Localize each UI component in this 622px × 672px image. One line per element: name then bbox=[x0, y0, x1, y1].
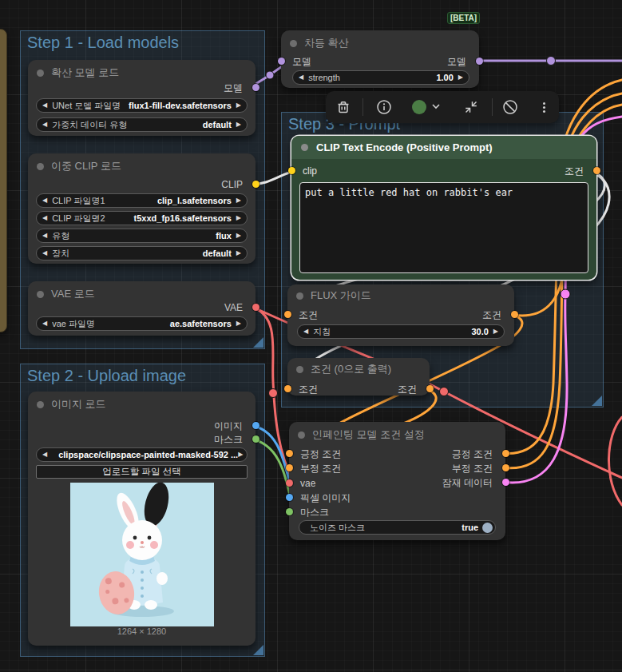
combo-left-arrow-icon[interactable]: ◀ bbox=[42, 233, 47, 239]
node-load-image[interactable]: 이미지 로드 이미지 마스크 ◀ clipspace/clipspace-pai… bbox=[28, 392, 256, 646]
node-collapse-dot[interactable] bbox=[37, 291, 44, 298]
node-collapse-dot[interactable] bbox=[296, 292, 303, 300]
combo-right-arrow-icon[interactable]: ▶ bbox=[236, 250, 241, 256]
conditioning-output-slot[interactable] bbox=[426, 385, 434, 392]
node-color-swatch[interactable] bbox=[412, 100, 426, 114]
combo-right-arrow-icon[interactable]: ▶ bbox=[236, 215, 241, 221]
group-step1-title[interactable]: Step 1 - Load models bbox=[27, 34, 179, 52]
group-step2-title[interactable]: Step 2 - Upload image bbox=[27, 367, 186, 385]
combo-widget-image-file[interactable]: ◀ clipspace/clipspace-painted-masked-592… bbox=[36, 447, 248, 462]
positive-input-slot[interactable] bbox=[286, 450, 293, 457]
positive-output-slot[interactable] bbox=[502, 450, 509, 457]
combo-right-arrow-icon[interactable]: ▶ bbox=[236, 197, 241, 204]
node-collapse-dot[interactable] bbox=[37, 70, 44, 77]
node-differential-diffusion[interactable]: 차등 확산 모델 모델 ◀ strength 1.00 ▶ bbox=[281, 30, 479, 88]
node-collapse-dot[interactable] bbox=[290, 40, 297, 47]
combo-widget-clip-name2[interactable]: ◀ CLIP 파일명2 t5xxd_fp16.safetensors ▶ bbox=[36, 211, 248, 225]
node-title: FLUX 가이드 bbox=[311, 288, 371, 303]
node-collapse-dot[interactable] bbox=[296, 366, 303, 373]
clip-output-slot[interactable] bbox=[252, 181, 259, 188]
combo-widget-vae-name[interactable]: ◀ vae 파일명 ae.safetensors ▶ bbox=[36, 316, 248, 331]
conditioning-input-slot[interactable] bbox=[284, 385, 291, 392]
negative-input-slot[interactable] bbox=[286, 464, 293, 471]
bypass-node-icon[interactable] bbox=[502, 99, 518, 115]
combo-right-arrow-icon[interactable]: ▶ bbox=[236, 233, 241, 239]
combo-left-arrow-icon[interactable]: ◀ bbox=[42, 320, 47, 327]
combo-widget-clip-name1[interactable]: ◀ CLIP 파일명1 clip_l.safetensors ▶ bbox=[36, 193, 248, 208]
group-resize-handle[interactable] bbox=[253, 645, 263, 655]
combo-right-arrow-icon[interactable]: ▶ bbox=[236, 121, 241, 128]
clip-input-slot[interactable] bbox=[288, 167, 295, 174]
model-input-slot[interactable] bbox=[278, 58, 285, 65]
node-context-toolbar[interactable] bbox=[326, 91, 559, 123]
node-collapse-dot[interactable] bbox=[298, 431, 305, 439]
image-output-slot[interactable] bbox=[252, 422, 259, 429]
node-collapse-dot[interactable] bbox=[301, 144, 308, 151]
node-load-diffusion-model[interactable]: 확산 모델 로드 모델 ◀ UNet 모델 파일명 flux1-fill-dev… bbox=[28, 60, 256, 136]
stepper-right-arrow-icon[interactable]: ▶ bbox=[493, 328, 498, 335]
combo-left-arrow-icon[interactable]: ◀ bbox=[42, 215, 47, 221]
collapse-node-icon[interactable] bbox=[463, 99, 479, 115]
pixels-input-slot[interactable] bbox=[286, 494, 293, 501]
number-widget-strength[interactable]: ◀ strength 1.00 ▶ bbox=[292, 70, 469, 85]
combo-widget-device[interactable]: ◀ 장치 default ▶ bbox=[36, 246, 248, 260]
mask-output-slot[interactable] bbox=[252, 435, 259, 443]
group-resize-handle[interactable] bbox=[253, 337, 263, 348]
vae-input-slot[interactable] bbox=[286, 479, 293, 487]
conditioning-output-slot[interactable] bbox=[511, 311, 518, 318]
model-output-slot[interactable] bbox=[252, 84, 259, 91]
node-clip-text-encode-positive[interactable]: CLIP Text Encode (Positive Prompt) clip … bbox=[291, 136, 596, 280]
combo-widget-unet-filename[interactable]: ◀ UNet 모델 파일명 flux1-fill-dev.safetensors… bbox=[36, 98, 248, 113]
combo-right-arrow-icon[interactable]: ▶ bbox=[238, 451, 243, 458]
combo-right-arrow-icon[interactable]: ▶ bbox=[236, 320, 241, 327]
combo-widget-weight-dtype[interactable]: ◀ 가중치 데이터 유형 default ▶ bbox=[36, 117, 248, 132]
stepper-right-arrow-icon[interactable]: ▶ bbox=[458, 74, 463, 81]
output-label-cond: 조건 bbox=[565, 166, 584, 176]
stepper-left-arrow-icon[interactable]: ◀ bbox=[299, 74, 303, 81]
node-graph-canvas[interactable]: Step 1 - Load models Step 2 - Upload ima… bbox=[0, 0, 622, 672]
node-conditioning-zero-out[interactable]: 조건 (0으로 출력) 조건 조건 bbox=[287, 358, 430, 396]
upload-file-button[interactable]: 업로드할 파일 선택 bbox=[36, 465, 248, 479]
combo-right-arrow-icon[interactable]: ▶ bbox=[236, 102, 241, 109]
combo-left-arrow-icon[interactable]: ◀ bbox=[42, 197, 47, 204]
more-options-icon[interactable] bbox=[543, 102, 545, 105]
node-vae-loader[interactable]: VAE 로드 VAE ◀ vae 파일명 ae.safetensors ▶ bbox=[28, 281, 256, 336]
combo-widget-type[interactable]: ◀ 유형 flux ▶ bbox=[36, 229, 248, 243]
mask-input-slot[interactable] bbox=[286, 508, 293, 515]
node-title: VAE 로드 bbox=[51, 287, 95, 301]
delete-node-icon[interactable] bbox=[335, 99, 351, 115]
combo-left-arrow-icon[interactable]: ◀ bbox=[42, 102, 47, 109]
offscreen-node-edge[interactable] bbox=[0, 29, 7, 332]
node-header[interactable]: CLIP Text Encode (Positive Prompt) bbox=[291, 136, 596, 159]
combo-left-arrow-icon[interactable]: ◀ bbox=[42, 250, 47, 256]
conditioning-input-slot[interactable] bbox=[284, 311, 291, 318]
rabbit-preview-image bbox=[70, 483, 214, 626]
number-widget-guidance[interactable]: ◀ 지침 30.0 ▶ bbox=[297, 324, 505, 339]
vae-output-slot[interactable] bbox=[252, 304, 259, 311]
node-collapse-dot[interactable] bbox=[37, 163, 44, 170]
input-label-negative: 부정 조건 bbox=[300, 463, 341, 473]
node-inpaint-model-conditioning[interactable]: 인페인팅 모델 조건 설정 긍정 조건 부정 조건 vae 픽셀 이미지 마스크… bbox=[289, 422, 505, 540]
group-resize-handle[interactable] bbox=[592, 396, 602, 406]
negative-output-slot[interactable] bbox=[502, 464, 509, 471]
latent-output-slot[interactable] bbox=[502, 479, 509, 486]
toggle-knob-icon[interactable] bbox=[482, 523, 493, 533]
input-label-model: 모델 bbox=[292, 57, 311, 66]
node-flux-guidance[interactable]: FLUX 가이드 조건 조건 ◀ 지침 30.0 ▶ bbox=[287, 284, 514, 346]
node-title: 확산 모델 로드 bbox=[51, 66, 119, 80]
output-label-clip: CLIP bbox=[221, 180, 243, 189]
stepper-left-arrow-icon[interactable]: ◀ bbox=[303, 328, 308, 335]
combo-left-arrow-icon[interactable]: ◀ bbox=[42, 121, 47, 128]
node-collapse-dot[interactable] bbox=[37, 401, 44, 408]
combo-left-arrow-icon[interactable]: ◀ bbox=[42, 451, 47, 458]
conditioning-output-slot[interactable] bbox=[593, 167, 600, 174]
chevron-down-icon[interactable] bbox=[430, 101, 442, 112]
reroute-dot bbox=[269, 389, 278, 398]
prompt-textarea[interactable]: put a little red hat on rabbit's ear bbox=[299, 182, 588, 273]
toolbar-divider bbox=[492, 98, 493, 116]
toggle-widget-noise-mask[interactable]: 노이즈 마스크 true bbox=[299, 520, 496, 535]
model-output-slot[interactable] bbox=[476, 58, 483, 65]
output-label-model: 모델 bbox=[447, 57, 466, 66]
node-dual-clip-loader[interactable]: 이중 CLIP 로드 CLIP ◀ CLIP 파일명1 clip_l.safet… bbox=[28, 153, 256, 264]
node-info-icon[interactable] bbox=[376, 99, 392, 115]
